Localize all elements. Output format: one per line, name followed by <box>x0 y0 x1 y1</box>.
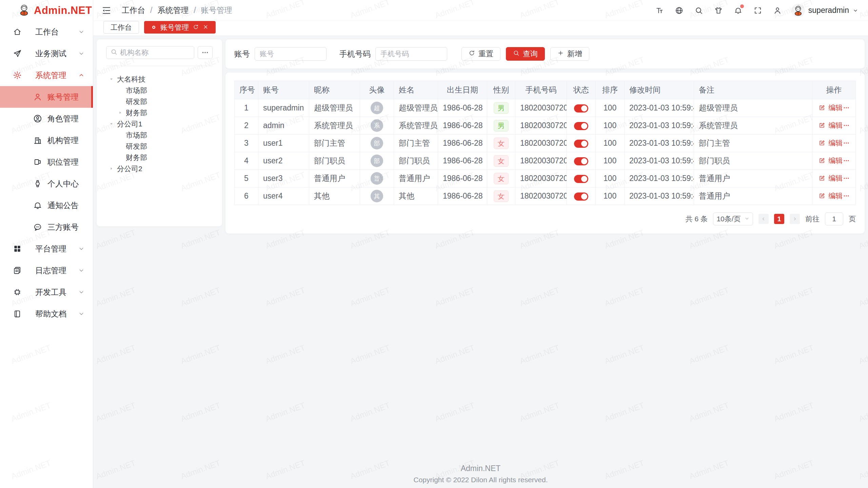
edit-button[interactable]: 编辑 <box>818 121 843 130</box>
tree-caret[interactable] <box>109 77 117 82</box>
cell-phone: 18020030720 <box>515 187 567 205</box>
page-size-select[interactable]: 10条/页 <box>713 212 753 225</box>
edit-button[interactable]: 编辑 <box>818 103 843 113</box>
status-toggle[interactable] <box>574 175 588 183</box>
org-name-input[interactable] <box>120 48 190 57</box>
tab-refresh-button[interactable] <box>193 23 199 32</box>
row-more-button[interactable] <box>843 104 850 111</box>
content: 大名科技市场部研发部财务部分公司1市场部研发部财务部分公司2 账号 手机号码 重… <box>93 36 868 488</box>
profile-button[interactable] <box>772 5 783 16</box>
sidebar-subitem-1[interactable]: 角色管理 <box>0 108 93 129</box>
edit-icon <box>818 157 825 164</box>
tab-1[interactable]: 账号管理 <box>144 21 216 34</box>
sidebar-subitem-label: 账号管理 <box>47 92 79 102</box>
sidebar-item-3[interactable]: 平台管理 <box>0 238 93 260</box>
reset-button[interactable]: 重置 <box>461 47 500 61</box>
logo[interactable]: Admin.NET <box>0 0 93 21</box>
dot-ring-icon <box>151 25 156 30</box>
sidebar-subitem-3[interactable]: 职位管理 <box>0 151 93 173</box>
row-more-button[interactable] <box>843 157 850 164</box>
tree-caret[interactable] <box>109 121 117 126</box>
user-table: 序号账号昵称头像姓名出生日期性别手机号码状态排序修改时间备注操作1superad… <box>234 81 856 205</box>
next-page-button[interactable] <box>790 214 800 224</box>
cell-order: 100 <box>596 170 625 187</box>
breadcrumb-item-0[interactable]: 工作台 <box>122 5 145 16</box>
tree-node-5[interactable]: 市场部 <box>106 129 213 141</box>
column-header-8: 状态 <box>567 81 596 99</box>
tree-node-6[interactable]: 研发部 <box>106 141 213 152</box>
cell-status <box>567 135 596 152</box>
sidebar-subitem-5[interactable]: 通知公告 <box>0 195 93 216</box>
edit-button[interactable]: 编辑 <box>818 156 843 165</box>
status-toggle[interactable] <box>574 157 588 165</box>
theme-button[interactable] <box>713 5 724 16</box>
sidebar-subitem-label: 三方账号 <box>47 222 79 232</box>
current-page-button[interactable]: 1 <box>774 214 784 224</box>
prev-page-button[interactable] <box>758 214 769 224</box>
sidebar-item-0[interactable]: 工作台 <box>0 21 93 43</box>
edit-button[interactable]: 编辑 <box>818 191 843 201</box>
row-more-button[interactable] <box>843 122 850 129</box>
tree-node-0[interactable]: 大名科技 <box>106 74 213 85</box>
sidebar-subitem-6[interactable]: 三方账号 <box>0 216 93 238</box>
query-button[interactable]: 查询 <box>506 47 545 61</box>
tree-node-3[interactable]: 财务部 <box>106 107 213 118</box>
breadcrumb-item-2[interactable]: 账号管理 <box>201 5 232 16</box>
sidebar-subitem-2[interactable]: 机构管理 <box>0 129 93 151</box>
fullscreen-button[interactable] <box>752 5 764 16</box>
sidebar-subitem-0[interactable]: 账号管理 <box>0 86 93 108</box>
edit-button[interactable]: 编辑 <box>818 138 843 148</box>
tree-node-4[interactable]: 分公司1 <box>106 118 213 129</box>
status-toggle[interactable] <box>574 104 588 113</box>
row-more-button[interactable] <box>843 192 850 199</box>
user-menu[interactable]: superadmin <box>791 4 859 17</box>
account-input[interactable] <box>255 47 327 61</box>
sidebar-item-5[interactable]: 开发工具 <box>0 281 93 303</box>
breadcrumb-item-1[interactable]: 系统管理 <box>157 5 189 16</box>
breadcrumb-separator: / <box>150 6 152 15</box>
status-toggle[interactable] <box>574 122 588 130</box>
edit-button[interactable]: 编辑 <box>818 174 843 183</box>
cell-gender: 男 <box>487 117 515 135</box>
more-icon <box>843 192 850 199</box>
sidebar-item-2[interactable]: 系统管理 <box>0 64 93 86</box>
tree-node-label: 分公司1 <box>117 119 142 129</box>
status-toggle[interactable] <box>574 192 588 201</box>
notification-button[interactable] <box>732 5 744 16</box>
tree-caret[interactable] <box>109 166 117 171</box>
search-button[interactable] <box>693 5 705 16</box>
language-button[interactable] <box>673 5 685 16</box>
edit-icon <box>818 192 825 199</box>
column-header-5: 出生日期 <box>438 81 487 99</box>
cell-phone: 18020030720 <box>515 99 567 117</box>
tree-node-7[interactable]: 财务部 <box>106 152 213 163</box>
cell-avatar: 系 <box>360 117 394 135</box>
column-header-10: 修改时间 <box>625 81 694 99</box>
row-more-button[interactable] <box>843 175 850 182</box>
tree-node-1[interactable]: 市场部 <box>106 85 213 96</box>
collapse-sidebar-icon[interactable] <box>101 5 113 16</box>
sidebar-item-label: 工作台 <box>35 27 59 37</box>
tree-caret[interactable] <box>118 110 126 115</box>
phone-input[interactable] <box>375 47 447 61</box>
row-more-button[interactable] <box>843 140 850 146</box>
sidebar-item-label: 帮助文档 <box>35 309 66 319</box>
bell-icon <box>33 201 42 210</box>
tree-node-2[interactable]: 研发部 <box>106 96 213 107</box>
cell-index: 4 <box>235 152 258 170</box>
status-toggle[interactable] <box>574 140 588 148</box>
gender-tag: 女 <box>494 138 509 149</box>
goto-page-input[interactable] <box>825 212 843 225</box>
tree-node-8[interactable]: 分公司2 <box>106 163 213 174</box>
org-more-button[interactable] <box>198 46 213 59</box>
add-button[interactable]: 新增 <box>550 47 589 61</box>
tab-0[interactable]: 工作台 <box>103 21 139 34</box>
sidebar-subitem-4[interactable]: 个人中心 <box>0 173 93 195</box>
cell-name: 普通用户 <box>394 170 438 187</box>
sidebar-item-4[interactable]: 日志管理 <box>0 260 93 281</box>
sidebar-item-6[interactable]: 帮助文档 <box>0 303 93 325</box>
tab-close-button[interactable] <box>203 23 209 32</box>
cell-nickname: 超级管理员 <box>309 99 360 117</box>
font-size-button[interactable] <box>654 5 665 16</box>
sidebar-item-1[interactable]: 业务测试 <box>0 43 93 64</box>
